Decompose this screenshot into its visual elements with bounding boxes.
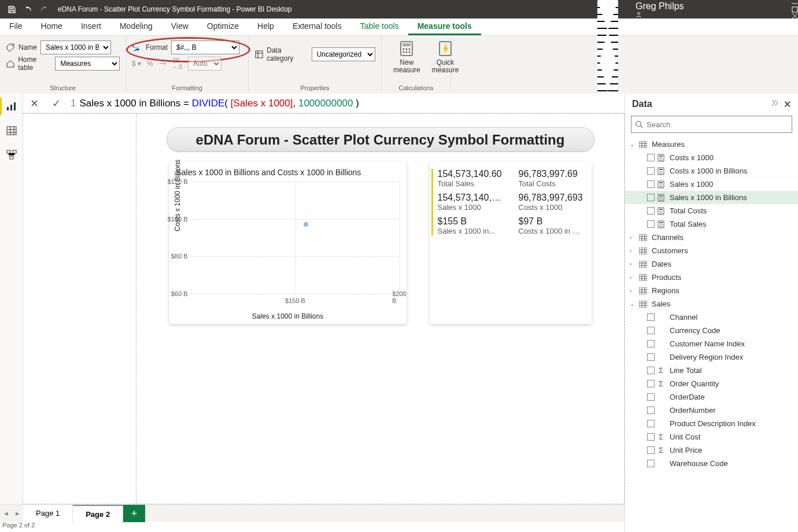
quick-measure-button[interactable]: Quick measure bbox=[426, 39, 465, 74]
field-checkbox[interactable] bbox=[647, 367, 655, 374]
ribbon-tab-file[interactable]: File bbox=[0, 19, 32, 35]
field-checkbox[interactable] bbox=[647, 353, 655, 361]
table-dates[interactable]: ›Dates bbox=[625, 257, 798, 271]
decimals-select[interactable]: Auto bbox=[188, 57, 221, 71]
field-checkbox[interactable] bbox=[647, 313, 655, 321]
svg-point-14 bbox=[409, 51, 411, 53]
field-customer-name-index[interactable]: Customer Name Index bbox=[625, 337, 798, 350]
svg-rect-66 bbox=[659, 222, 663, 223]
field-unit-cost[interactable]: ΣUnit Cost bbox=[625, 430, 798, 444]
collapse-pane-icon[interactable] bbox=[770, 99, 778, 110]
field-checkbox[interactable] bbox=[647, 446, 655, 454]
field-checkbox[interactable] bbox=[647, 393, 655, 401]
table-regions[interactable]: ›Regions bbox=[625, 284, 798, 297]
table-channels[interactable]: ›Channels bbox=[625, 231, 798, 244]
currency-icon[interactable]: $ ▾ bbox=[132, 60, 141, 68]
field-costs-x-1000-in-billions[interactable]: Costs x 1000 in Billions bbox=[625, 164, 798, 178]
page-tab[interactable]: Page 2 bbox=[73, 505, 123, 522]
ribbon-tab-modeling[interactable]: Modeling bbox=[110, 19, 162, 35]
table-measures[interactable]: ⌄Measures bbox=[625, 138, 798, 151]
data-view-button[interactable] bbox=[5, 124, 19, 138]
data-category-select[interactable]: Uncategorized bbox=[312, 47, 375, 61]
ribbon-tab-help[interactable]: Help bbox=[248, 19, 283, 35]
field-checkbox[interactable] bbox=[647, 194, 655, 201]
svg-rect-21 bbox=[13, 150, 16, 153]
maximize-button[interactable] bbox=[792, 6, 798, 13]
field-sales-x-1000[interactable]: Sales x 1000 bbox=[625, 178, 798, 191]
ribbon-tab-home[interactable]: Home bbox=[32, 19, 72, 35]
ribbon-tab-optimize[interactable]: Optimize bbox=[198, 19, 248, 35]
field-total-sales[interactable]: Total Sales bbox=[625, 217, 798, 231]
close-pane-icon[interactable]: ✕ bbox=[784, 99, 791, 110]
field-checkbox[interactable] bbox=[647, 154, 655, 161]
field-delivery-region-index[interactable]: Delivery Region Index bbox=[625, 350, 798, 364]
field-checkbox[interactable] bbox=[647, 460, 655, 467]
table-sales[interactable]: ⌄Sales bbox=[625, 297, 798, 311]
formula-text[interactable]: 1Sales x 1000 in Billions = DIVIDE( [Sal… bbox=[67, 97, 359, 109]
user-badge[interactable]: Greg Philps bbox=[636, 1, 684, 18]
svg-point-62 bbox=[659, 213, 660, 214]
ribbon-tab-measure-tools[interactable]: Measure tools bbox=[408, 19, 481, 35]
field-total-costs[interactable]: Total Costs bbox=[625, 204, 798, 217]
close-button[interactable] bbox=[792, 13, 798, 19]
measure-name-select[interactable]: Sales x 1000 in Billi... bbox=[40, 40, 111, 54]
page-tab[interactable]: Page 1 bbox=[23, 505, 73, 522]
field-checkbox[interactable] bbox=[647, 340, 655, 348]
svg-point-44 bbox=[660, 184, 662, 186]
field-checkbox[interactable] bbox=[647, 167, 655, 175]
field-unit-price[interactable]: ΣUnit Price bbox=[625, 444, 798, 457]
card-visual[interactable]: 154,573,140.60Total Sales96,783,997.69To… bbox=[430, 162, 592, 324]
data-search-input[interactable] bbox=[646, 120, 788, 129]
field-product-description-index[interactable]: Product Description Index bbox=[625, 417, 798, 430]
add-page-button[interactable]: + bbox=[123, 505, 145, 522]
formula-bar[interactable]: ✕ ✓ 1Sales x 1000 in Billions = DIVIDE( … bbox=[23, 94, 625, 113]
ribbon-tab-external-tools[interactable]: External tools bbox=[283, 19, 351, 35]
ribbon-group-structure: Name Sales x 1000 in Billi... Home table… bbox=[0, 36, 126, 94]
table-products[interactable]: ›Products bbox=[625, 271, 798, 284]
decimal-icon[interactable]: .00→.0 bbox=[172, 57, 182, 70]
field-costs-x-1000[interactable]: Costs x 1000 bbox=[625, 151, 798, 164]
field-checkbox[interactable] bbox=[647, 220, 655, 228]
next-page-icon[interactable]: ▸ bbox=[16, 509, 20, 518]
ribbon-tab-insert[interactable]: Insert bbox=[72, 19, 110, 35]
field-sales-x-1000-in-billions[interactable]: Sales x 1000 in Billions bbox=[625, 191, 798, 204]
field-line-total[interactable]: ΣLine Total bbox=[625, 364, 798, 377]
ribbon-tab-table-tools[interactable]: Table tools bbox=[351, 19, 408, 35]
field-warehouse-code[interactable]: Warehouse Code bbox=[625, 457, 798, 470]
undo-icon[interactable] bbox=[23, 5, 32, 14]
report-view-button[interactable] bbox=[5, 99, 19, 113]
field-checkbox[interactable] bbox=[647, 420, 655, 427]
minimize-button[interactable] bbox=[792, 0, 798, 6]
field-channel[interactable]: Channel bbox=[625, 311, 798, 324]
formula-commit-icon[interactable]: ✓ bbox=[52, 97, 61, 110]
svg-point-13 bbox=[406, 51, 408, 53]
home-table-select[interactable]: Measures bbox=[55, 57, 120, 71]
format-string-select[interactable]: $#,,, B bbox=[171, 40, 239, 54]
field-checkbox[interactable] bbox=[647, 327, 655, 334]
scatter-point[interactable] bbox=[304, 222, 308, 227]
field-ordernumber[interactable]: OrderNumber bbox=[625, 404, 798, 417]
table-customers[interactable]: ›Customers bbox=[625, 244, 798, 257]
field-checkbox[interactable] bbox=[647, 180, 655, 188]
new-measure-button[interactable]: New measure bbox=[387, 39, 426, 74]
redo-icon[interactable] bbox=[39, 5, 49, 14]
home-table-icon bbox=[6, 59, 14, 68]
model-view-button[interactable] bbox=[5, 148, 19, 162]
formula-cancel-icon[interactable]: ✕ bbox=[30, 97, 39, 110]
prev-page-icon[interactable]: ◂ bbox=[4, 509, 8, 518]
field-order-quantity[interactable]: ΣOrder Quantity bbox=[625, 377, 798, 390]
svg-point-39 bbox=[660, 173, 662, 174]
field-currency-code[interactable]: Currency Code bbox=[625, 324, 798, 337]
percent-icon[interactable]: % bbox=[147, 60, 153, 68]
field-checkbox[interactable] bbox=[647, 433, 655, 441]
report-canvas[interactable]: eDNA Forum - Scatter Plot Currency Symbo… bbox=[23, 113, 625, 504]
ribbon-tab-view[interactable]: View bbox=[162, 19, 198, 35]
field-checkbox[interactable] bbox=[647, 380, 655, 387]
save-icon[interactable] bbox=[7, 5, 16, 14]
field-checkbox[interactable] bbox=[647, 207, 655, 215]
comma-icon[interactable]: 🡒 bbox=[159, 60, 166, 68]
field-orderdate[interactable]: OrderDate bbox=[625, 390, 798, 404]
data-search[interactable] bbox=[631, 116, 792, 133]
field-checkbox[interactable] bbox=[647, 407, 655, 414]
scatter-visual[interactable]: Sales x 1000 in Billions and Costs x 100… bbox=[169, 162, 407, 324]
